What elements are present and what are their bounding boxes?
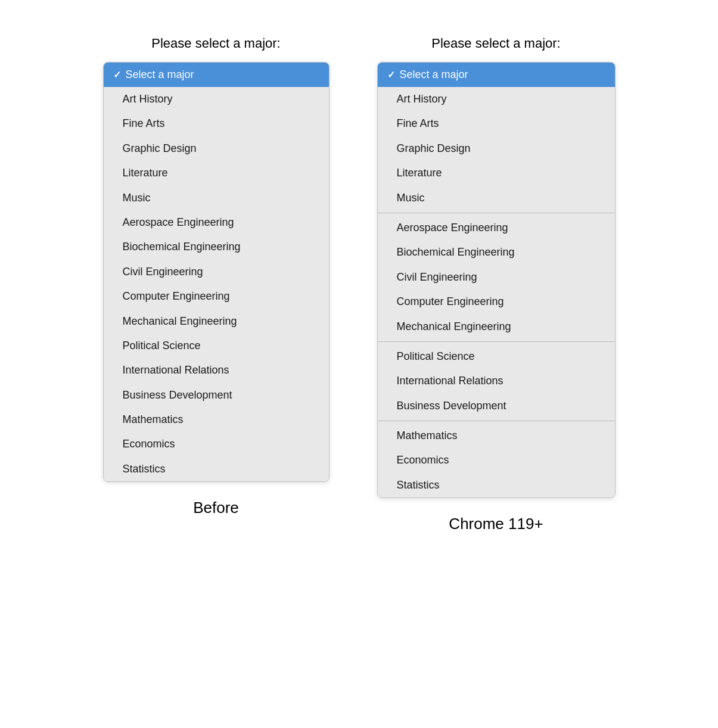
chrome-dropdown-item[interactable]: Statistics bbox=[378, 473, 615, 497]
chrome-dropdown-item[interactable]: Political Science bbox=[378, 344, 615, 369]
before-dropdown-item[interactable]: Computer Engineering bbox=[104, 284, 329, 309]
chrome-caption: Chrome 119+ bbox=[449, 515, 543, 533]
before-dropdown-item[interactable]: Civil Engineering bbox=[104, 260, 329, 284]
chrome-dropdown-box: ✓ Select a major Art History Fine Arts G… bbox=[377, 62, 616, 498]
chrome-divider-2 bbox=[378, 341, 615, 342]
before-dropdown-item[interactable]: Literature bbox=[104, 161, 329, 185]
before-dropdown-item[interactable]: Business Development bbox=[104, 383, 329, 407]
main-container: Please select a major: ✓ Select a major … bbox=[12, 24, 706, 533]
chrome-dropdown-item[interactable]: Graphic Design bbox=[378, 136, 615, 161]
before-selected-item[interactable]: ✓ Select a major bbox=[104, 63, 329, 87]
chrome-dropdown-item[interactable]: Business Development bbox=[378, 394, 615, 418]
before-dropdown-item[interactable]: Economics bbox=[104, 432, 329, 456]
chrome-dropdown-item[interactable]: Civil Engineering bbox=[378, 265, 615, 290]
before-panel: Please select a major: ✓ Select a major … bbox=[103, 36, 330, 517]
chrome-checkmark-icon: ✓ bbox=[387, 69, 395, 80]
chrome-dropdown-item[interactable]: Biochemical Engineering bbox=[378, 240, 615, 265]
chrome-divider-3 bbox=[378, 421, 615, 421]
chrome-dropdown-item[interactable]: Economics bbox=[378, 448, 615, 472]
before-checkmark-icon: ✓ bbox=[113, 69, 121, 80]
before-panel-label: Please select a major: bbox=[151, 36, 280, 51]
before-dropdown-item[interactable]: Mechanical Engineering bbox=[104, 309, 329, 334]
before-dropdown-item[interactable]: Graphic Design bbox=[104, 136, 329, 161]
before-dropdown-item[interactable]: Political Science bbox=[104, 334, 329, 358]
before-dropdown-item[interactable]: Art History bbox=[104, 87, 329, 111]
before-dropdown-item[interactable]: Statistics bbox=[104, 457, 329, 481]
chrome-selected-label: Select a major bbox=[400, 69, 468, 81]
chrome-panel: Please select a major: ✓ Select a major … bbox=[377, 36, 616, 533]
chrome-dropdown-item[interactable]: Fine Arts bbox=[378, 111, 615, 136]
chrome-dropdown-item[interactable]: Art History bbox=[378, 87, 615, 111]
before-selected-label: Select a major bbox=[126, 69, 194, 81]
chrome-dropdown-item[interactable]: Mechanical Engineering bbox=[378, 315, 615, 339]
chrome-divider-1 bbox=[378, 213, 615, 213]
before-dropdown-box: ✓ Select a major Art History Fine Arts G… bbox=[103, 62, 330, 482]
before-dropdown-item[interactable]: Mathematics bbox=[104, 407, 329, 432]
before-caption: Before bbox=[193, 499, 239, 517]
before-dropdown-item[interactable]: Fine Arts bbox=[104, 111, 329, 136]
before-dropdown-item[interactable]: Music bbox=[104, 186, 329, 210]
chrome-panel-label: Please select a major: bbox=[431, 36, 560, 51]
chrome-selected-item[interactable]: ✓ Select a major bbox=[378, 63, 615, 87]
chrome-dropdown-item[interactable]: International Relations bbox=[378, 369, 615, 393]
chrome-dropdown-item[interactable]: Aerospace Engineering bbox=[378, 216, 615, 240]
before-dropdown-item[interactable]: Biochemical Engineering bbox=[104, 235, 329, 259]
before-dropdown-item[interactable]: Aerospace Engineering bbox=[104, 210, 329, 235]
before-dropdown-item[interactable]: International Relations bbox=[104, 358, 329, 382]
chrome-dropdown-item[interactable]: Computer Engineering bbox=[378, 290, 615, 314]
chrome-dropdown-item[interactable]: Literature bbox=[378, 161, 615, 185]
chrome-dropdown-item[interactable]: Music bbox=[378, 186, 615, 210]
chrome-dropdown-item[interactable]: Mathematics bbox=[378, 424, 615, 448]
